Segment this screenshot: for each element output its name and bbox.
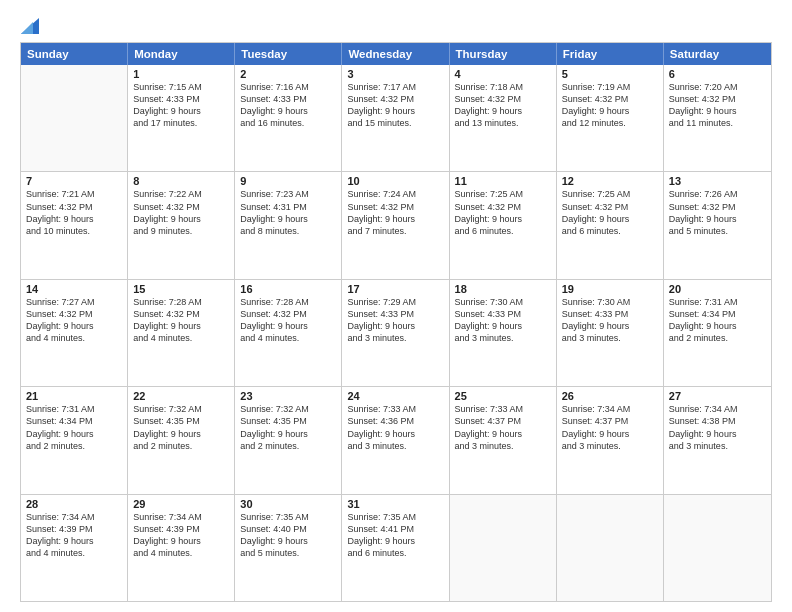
day-number: 12 <box>562 175 658 187</box>
day-number: 21 <box>26 390 122 402</box>
day-info: Sunrise: 7:19 AMSunset: 4:32 PMDaylight:… <box>562 81 658 130</box>
week-row-0: 1Sunrise: 7:15 AMSunset: 4:33 PMDaylight… <box>21 65 771 171</box>
day-number: 14 <box>26 283 122 295</box>
day-info: Sunrise: 7:35 AMSunset: 4:41 PMDaylight:… <box>347 511 443 560</box>
day-number: 13 <box>669 175 766 187</box>
day-cell-30: 30Sunrise: 7:35 AMSunset: 4:40 PMDayligh… <box>235 495 342 601</box>
day-info: Sunrise: 7:30 AMSunset: 4:33 PMDaylight:… <box>455 296 551 345</box>
calendar-header: SundayMondayTuesdayWednesdayThursdayFrid… <box>21 43 771 65</box>
day-cell-12: 12Sunrise: 7:25 AMSunset: 4:32 PMDayligh… <box>557 172 664 278</box>
day-info: Sunrise: 7:17 AMSunset: 4:32 PMDaylight:… <box>347 81 443 130</box>
day-info: Sunrise: 7:24 AMSunset: 4:32 PMDaylight:… <box>347 188 443 237</box>
day-info: Sunrise: 7:22 AMSunset: 4:32 PMDaylight:… <box>133 188 229 237</box>
day-info: Sunrise: 7:33 AMSunset: 4:36 PMDaylight:… <box>347 403 443 452</box>
day-cell-14: 14Sunrise: 7:27 AMSunset: 4:32 PMDayligh… <box>21 280 128 386</box>
day-cell-1: 1Sunrise: 7:15 AMSunset: 4:33 PMDaylight… <box>128 65 235 171</box>
day-cell-8: 8Sunrise: 7:22 AMSunset: 4:32 PMDaylight… <box>128 172 235 278</box>
day-info: Sunrise: 7:34 AMSunset: 4:37 PMDaylight:… <box>562 403 658 452</box>
day-number: 23 <box>240 390 336 402</box>
svg-marker-1 <box>21 22 33 34</box>
day-cell-29: 29Sunrise: 7:34 AMSunset: 4:39 PMDayligh… <box>128 495 235 601</box>
day-header-friday: Friday <box>557 43 664 65</box>
day-info: Sunrise: 7:27 AMSunset: 4:32 PMDaylight:… <box>26 296 122 345</box>
day-number: 24 <box>347 390 443 402</box>
day-header-wednesday: Wednesday <box>342 43 449 65</box>
day-cell-22: 22Sunrise: 7:32 AMSunset: 4:35 PMDayligh… <box>128 387 235 493</box>
day-number: 20 <box>669 283 766 295</box>
day-info: Sunrise: 7:34 AMSunset: 4:38 PMDaylight:… <box>669 403 766 452</box>
day-cell-empty <box>450 495 557 601</box>
day-header-tuesday: Tuesday <box>235 43 342 65</box>
day-info: Sunrise: 7:28 AMSunset: 4:32 PMDaylight:… <box>240 296 336 345</box>
day-cell-10: 10Sunrise: 7:24 AMSunset: 4:32 PMDayligh… <box>342 172 449 278</box>
day-cell-24: 24Sunrise: 7:33 AMSunset: 4:36 PMDayligh… <box>342 387 449 493</box>
calendar: SundayMondayTuesdayWednesdayThursdayFrid… <box>20 42 772 602</box>
day-cell-5: 5Sunrise: 7:19 AMSunset: 4:32 PMDaylight… <box>557 65 664 171</box>
day-number: 7 <box>26 175 122 187</box>
day-number: 30 <box>240 498 336 510</box>
day-number: 10 <box>347 175 443 187</box>
header <box>20 18 772 32</box>
day-cell-2: 2Sunrise: 7:16 AMSunset: 4:33 PMDaylight… <box>235 65 342 171</box>
day-info: Sunrise: 7:28 AMSunset: 4:32 PMDaylight:… <box>133 296 229 345</box>
day-number: 16 <box>240 283 336 295</box>
day-info: Sunrise: 7:26 AMSunset: 4:32 PMDaylight:… <box>669 188 766 237</box>
day-info: Sunrise: 7:15 AMSunset: 4:33 PMDaylight:… <box>133 81 229 130</box>
day-cell-13: 13Sunrise: 7:26 AMSunset: 4:32 PMDayligh… <box>664 172 771 278</box>
day-cell-11: 11Sunrise: 7:25 AMSunset: 4:32 PMDayligh… <box>450 172 557 278</box>
day-number: 26 <box>562 390 658 402</box>
day-number: 6 <box>669 68 766 80</box>
day-cell-28: 28Sunrise: 7:34 AMSunset: 4:39 PMDayligh… <box>21 495 128 601</box>
day-number: 31 <box>347 498 443 510</box>
day-number: 8 <box>133 175 229 187</box>
day-info: Sunrise: 7:23 AMSunset: 4:31 PMDaylight:… <box>240 188 336 237</box>
day-number: 11 <box>455 175 551 187</box>
logo <box>20 18 39 32</box>
day-cell-9: 9Sunrise: 7:23 AMSunset: 4:31 PMDaylight… <box>235 172 342 278</box>
day-cell-23: 23Sunrise: 7:32 AMSunset: 4:35 PMDayligh… <box>235 387 342 493</box>
day-cell-16: 16Sunrise: 7:28 AMSunset: 4:32 PMDayligh… <box>235 280 342 386</box>
day-info: Sunrise: 7:18 AMSunset: 4:32 PMDaylight:… <box>455 81 551 130</box>
day-cell-empty <box>664 495 771 601</box>
day-info: Sunrise: 7:31 AMSunset: 4:34 PMDaylight:… <box>26 403 122 452</box>
day-number: 19 <box>562 283 658 295</box>
week-row-4: 28Sunrise: 7:34 AMSunset: 4:39 PMDayligh… <box>21 494 771 601</box>
day-number: 9 <box>240 175 336 187</box>
day-cell-7: 7Sunrise: 7:21 AMSunset: 4:32 PMDaylight… <box>21 172 128 278</box>
logo-text <box>20 18 39 34</box>
day-info: Sunrise: 7:20 AMSunset: 4:32 PMDaylight:… <box>669 81 766 130</box>
day-number: 5 <box>562 68 658 80</box>
day-number: 3 <box>347 68 443 80</box>
calendar-body: 1Sunrise: 7:15 AMSunset: 4:33 PMDaylight… <box>21 65 771 601</box>
day-number: 17 <box>347 283 443 295</box>
day-cell-empty <box>557 495 664 601</box>
day-number: 15 <box>133 283 229 295</box>
day-info: Sunrise: 7:29 AMSunset: 4:33 PMDaylight:… <box>347 296 443 345</box>
day-info: Sunrise: 7:32 AMSunset: 4:35 PMDaylight:… <box>133 403 229 452</box>
day-cell-26: 26Sunrise: 7:34 AMSunset: 4:37 PMDayligh… <box>557 387 664 493</box>
day-number: 22 <box>133 390 229 402</box>
day-header-thursday: Thursday <box>450 43 557 65</box>
day-number: 1 <box>133 68 229 80</box>
day-info: Sunrise: 7:34 AMSunset: 4:39 PMDaylight:… <box>26 511 122 560</box>
day-info: Sunrise: 7:25 AMSunset: 4:32 PMDaylight:… <box>455 188 551 237</box>
day-number: 18 <box>455 283 551 295</box>
day-info: Sunrise: 7:32 AMSunset: 4:35 PMDaylight:… <box>240 403 336 452</box>
day-header-monday: Monday <box>128 43 235 65</box>
day-cell-27: 27Sunrise: 7:34 AMSunset: 4:38 PMDayligh… <box>664 387 771 493</box>
day-number: 28 <box>26 498 122 510</box>
day-header-sunday: Sunday <box>21 43 128 65</box>
day-cell-3: 3Sunrise: 7:17 AMSunset: 4:32 PMDaylight… <box>342 65 449 171</box>
day-cell-21: 21Sunrise: 7:31 AMSunset: 4:34 PMDayligh… <box>21 387 128 493</box>
day-cell-31: 31Sunrise: 7:35 AMSunset: 4:41 PMDayligh… <box>342 495 449 601</box>
day-info: Sunrise: 7:31 AMSunset: 4:34 PMDaylight:… <box>669 296 766 345</box>
day-info: Sunrise: 7:35 AMSunset: 4:40 PMDaylight:… <box>240 511 336 560</box>
page: SundayMondayTuesdayWednesdayThursdayFrid… <box>0 0 792 612</box>
day-cell-15: 15Sunrise: 7:28 AMSunset: 4:32 PMDayligh… <box>128 280 235 386</box>
week-row-2: 14Sunrise: 7:27 AMSunset: 4:32 PMDayligh… <box>21 279 771 386</box>
day-number: 2 <box>240 68 336 80</box>
day-cell-25: 25Sunrise: 7:33 AMSunset: 4:37 PMDayligh… <box>450 387 557 493</box>
day-cell-18: 18Sunrise: 7:30 AMSunset: 4:33 PMDayligh… <box>450 280 557 386</box>
day-info: Sunrise: 7:33 AMSunset: 4:37 PMDaylight:… <box>455 403 551 452</box>
week-row-3: 21Sunrise: 7:31 AMSunset: 4:34 PMDayligh… <box>21 386 771 493</box>
